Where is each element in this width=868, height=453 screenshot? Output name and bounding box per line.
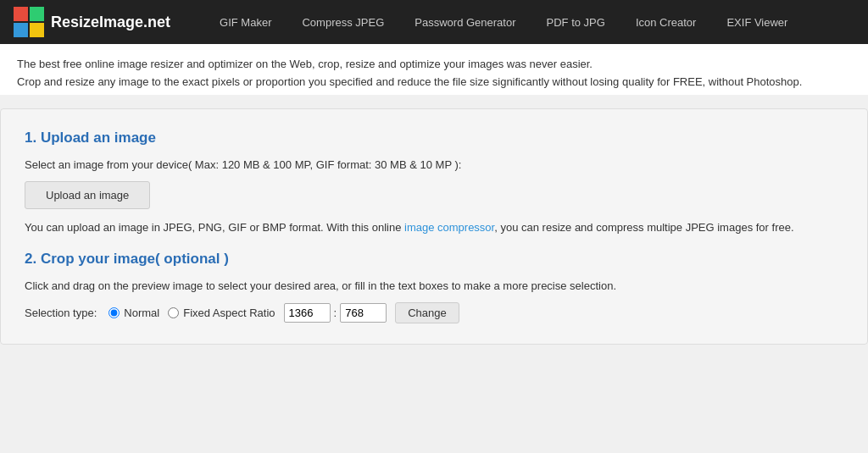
nav-item-exif-viewer[interactable]: EXIF Viewer bbox=[711, 0, 803, 44]
selection-label: Selection type: bbox=[25, 307, 97, 319]
logo-icon bbox=[14, 7, 44, 37]
step2-heading: 2. Crop your image( optional ) bbox=[25, 251, 843, 268]
logo-area: ResizeImage.net bbox=[14, 7, 170, 37]
radio-normal[interactable] bbox=[108, 307, 120, 318]
header: ResizeImage.net GIF MakerCompress JPEGPa… bbox=[0, 0, 868, 44]
coord-separator: : bbox=[334, 307, 337, 319]
radio-normal-text: Normal bbox=[124, 307, 159, 319]
nav-item-compress-jpeg[interactable]: Compress JPEG bbox=[287, 0, 399, 44]
tagline1: The best free online image resizer and o… bbox=[17, 58, 851, 70]
upload-note: You can upload an image in JPEG, PNG, GI… bbox=[25, 221, 843, 234]
coord-width-input[interactable] bbox=[284, 303, 331, 323]
nav-item-gif-maker[interactable]: GIF Maker bbox=[204, 0, 287, 44]
upload-button[interactable]: Upload an image bbox=[25, 181, 150, 209]
nav: GIF MakerCompress JPEGPassword Generator… bbox=[204, 0, 803, 44]
nav-item-pdf-to-jpg[interactable]: PDF to JPG bbox=[531, 0, 620, 44]
step1-section: 1. Upload an image Select an image from … bbox=[25, 130, 843, 234]
coord-height-input[interactable] bbox=[340, 303, 387, 323]
upload-note-before: You can upload an image in JPEG, PNG, GI… bbox=[25, 221, 404, 234]
step1-subtext: Select an image from your device( Max: 1… bbox=[25, 158, 843, 171]
selection-row: Selection type: Normal Fixed Aspect Rati… bbox=[25, 302, 843, 323]
radio-fixed[interactable] bbox=[168, 307, 179, 318]
radio-fixed-text: Fixed Aspect Ratio bbox=[183, 307, 275, 319]
image-compressor-link[interactable]: image compressor bbox=[404, 221, 494, 234]
crop-description: Click and drag on the preview image to s… bbox=[25, 279, 843, 292]
upload-note-after: , you can resize and compress multipe JP… bbox=[494, 221, 793, 234]
content-area: The best free online image resizer and o… bbox=[0, 44, 868, 95]
radio-normal-label[interactable]: Normal bbox=[108, 307, 159, 319]
nav-item-password-generator[interactable]: Password Generator bbox=[399, 0, 531, 44]
main-panel: 1. Upload an image Select an image from … bbox=[0, 108, 868, 345]
change-button[interactable]: Change bbox=[395, 302, 459, 323]
logo-text: ResizeImage.net bbox=[51, 14, 170, 31]
coord-inputs: : bbox=[284, 303, 387, 323]
nav-item-icon-creator[interactable]: Icon Creator bbox=[620, 0, 712, 44]
tagline2: Crop and resize any image to the exact p… bbox=[17, 75, 851, 88]
step2-section: 2. Crop your image( optional ) Click and… bbox=[25, 251, 843, 323]
radio-fixed-label[interactable]: Fixed Aspect Ratio bbox=[168, 307, 275, 319]
step1-heading: 1. Upload an image bbox=[25, 130, 843, 146]
